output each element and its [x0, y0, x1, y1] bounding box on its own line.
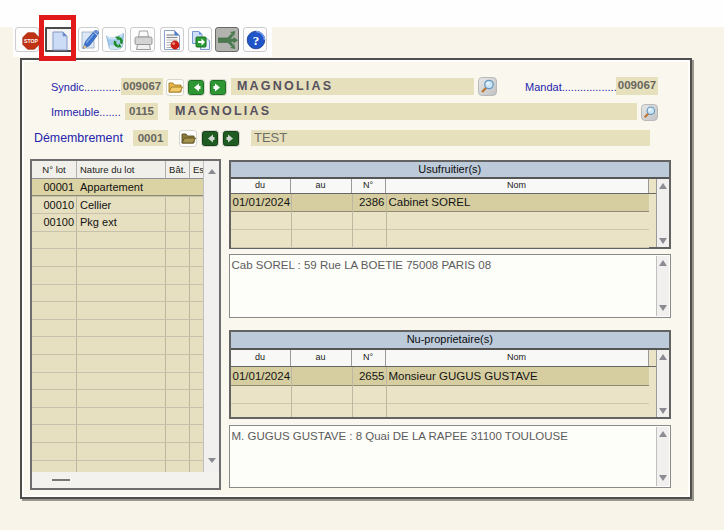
svg-text:STOP: STOP	[24, 38, 38, 44]
svg-text:?: ?	[253, 33, 260, 48]
